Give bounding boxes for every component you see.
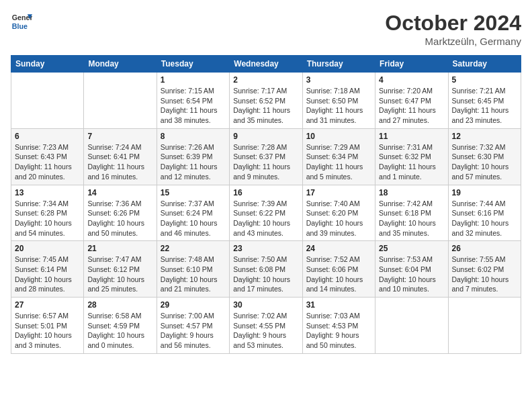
calendar-cell: 11Sunrise: 7:31 AM Sunset: 6:32 PM Dayli… bbox=[375, 128, 448, 185]
title-block: October 2024 Marktzeüln, Germany bbox=[385, 11, 521, 47]
day-info: Sunrise: 7:50 AM Sunset: 6:08 PM Dayligh… bbox=[233, 255, 298, 294]
day-number: 9 bbox=[233, 132, 298, 141]
day-number: 21 bbox=[87, 244, 152, 253]
day-number: 29 bbox=[161, 300, 226, 310]
day-number: 14 bbox=[87, 188, 152, 197]
day-number: 26 bbox=[452, 244, 517, 253]
day-number: 13 bbox=[15, 188, 80, 197]
day-number: 15 bbox=[161, 188, 226, 197]
calendar-cell: 14Sunrise: 7:36 AM Sunset: 6:26 PM Dayli… bbox=[84, 185, 157, 241]
day-number: 17 bbox=[306, 188, 371, 197]
day-number: 16 bbox=[233, 188, 298, 197]
calendar-week-row: 1Sunrise: 7:15 AM Sunset: 6:54 PM Daylig… bbox=[11, 73, 521, 129]
day-info: Sunrise: 7:40 AM Sunset: 6:20 PM Dayligh… bbox=[306, 199, 371, 238]
calendar-cell: 9Sunrise: 7:28 AM Sunset: 6:37 PM Daylig… bbox=[230, 128, 302, 185]
weekday-header-saturday: Saturday bbox=[448, 56, 521, 73]
day-info: Sunrise: 7:52 AM Sunset: 6:06 PM Dayligh… bbox=[306, 255, 371, 294]
calendar-cell: 10Sunrise: 7:29 AM Sunset: 6:34 PM Dayli… bbox=[302, 128, 375, 185]
day-number: 31 bbox=[306, 300, 371, 310]
calendar-table: SundayMondayTuesdayWednesdayThursdayFrid… bbox=[11, 55, 521, 354]
calendar-cell: 29Sunrise: 7:00 AM Sunset: 4:57 PM Dayli… bbox=[157, 298, 229, 354]
calendar-cell: 1Sunrise: 7:15 AM Sunset: 6:54 PM Daylig… bbox=[157, 73, 229, 129]
calendar-cell bbox=[375, 298, 448, 354]
page-header: General Blue October 2024 Marktzeüln, Ge… bbox=[11, 11, 521, 47]
day-number: 10 bbox=[306, 132, 371, 141]
calendar-week-row: 20Sunrise: 7:45 AM Sunset: 6:14 PM Dayli… bbox=[11, 241, 521, 298]
day-number: 18 bbox=[379, 188, 444, 197]
day-info: Sunrise: 7:29 AM Sunset: 6:34 PM Dayligh… bbox=[306, 142, 371, 182]
weekday-header-friday: Friday bbox=[375, 56, 448, 73]
day-info: Sunrise: 7:02 AM Sunset: 4:55 PM Dayligh… bbox=[233, 311, 298, 351]
weekday-header-wednesday: Wednesday bbox=[230, 56, 302, 73]
logo-icon: General Blue bbox=[11, 11, 32, 32]
day-info: Sunrise: 7:37 AM Sunset: 6:24 PM Dayligh… bbox=[161, 199, 226, 238]
weekday-header-sunday: Sunday bbox=[11, 56, 84, 73]
calendar-cell: 22Sunrise: 7:48 AM Sunset: 6:10 PM Dayli… bbox=[157, 241, 229, 298]
day-info: Sunrise: 7:17 AM Sunset: 6:52 PM Dayligh… bbox=[233, 86, 298, 126]
calendar-cell: 24Sunrise: 7:52 AM Sunset: 6:06 PM Dayli… bbox=[302, 241, 375, 298]
day-number: 8 bbox=[161, 132, 226, 141]
weekday-header-thursday: Thursday bbox=[302, 56, 375, 73]
day-info: Sunrise: 7:03 AM Sunset: 4:53 PM Dayligh… bbox=[306, 311, 371, 351]
day-number: 2 bbox=[233, 75, 298, 85]
calendar-cell: 31Sunrise: 7:03 AM Sunset: 4:53 PM Dayli… bbox=[302, 298, 375, 354]
day-info: Sunrise: 7:00 AM Sunset: 4:57 PM Dayligh… bbox=[161, 311, 226, 351]
day-info: Sunrise: 7:18 AM Sunset: 6:50 PM Dayligh… bbox=[306, 86, 371, 126]
day-number: 19 bbox=[452, 188, 517, 197]
calendar-cell: 4Sunrise: 7:20 AM Sunset: 6:47 PM Daylig… bbox=[375, 73, 448, 129]
day-info: Sunrise: 6:57 AM Sunset: 5:01 PM Dayligh… bbox=[15, 311, 80, 351]
calendar-cell: 6Sunrise: 7:23 AM Sunset: 6:43 PM Daylig… bbox=[11, 128, 84, 185]
day-info: Sunrise: 7:26 AM Sunset: 6:39 PM Dayligh… bbox=[161, 142, 226, 182]
location: Marktzeüln, Germany bbox=[385, 36, 521, 47]
calendar-cell: 26Sunrise: 7:55 AM Sunset: 6:02 PM Dayli… bbox=[448, 241, 521, 298]
calendar-cell: 5Sunrise: 7:21 AM Sunset: 6:45 PM Daylig… bbox=[448, 73, 521, 129]
calendar-cell: 8Sunrise: 7:26 AM Sunset: 6:39 PM Daylig… bbox=[157, 128, 229, 185]
day-info: Sunrise: 7:42 AM Sunset: 6:18 PM Dayligh… bbox=[379, 199, 444, 238]
calendar-cell: 23Sunrise: 7:50 AM Sunset: 6:08 PM Dayli… bbox=[230, 241, 302, 298]
day-info: Sunrise: 7:23 AM Sunset: 6:43 PM Dayligh… bbox=[15, 142, 80, 182]
weekday-header-tuesday: Tuesday bbox=[157, 56, 229, 73]
logo: General Blue bbox=[11, 11, 32, 32]
day-number: 30 bbox=[233, 300, 298, 310]
day-number: 3 bbox=[306, 75, 371, 85]
day-info: Sunrise: 7:31 AM Sunset: 6:32 PM Dayligh… bbox=[379, 142, 444, 182]
calendar-cell bbox=[84, 73, 157, 129]
calendar-cell: 2Sunrise: 7:17 AM Sunset: 6:52 PM Daylig… bbox=[230, 73, 302, 129]
day-info: Sunrise: 7:32 AM Sunset: 6:30 PM Dayligh… bbox=[452, 142, 517, 182]
day-info: Sunrise: 7:47 AM Sunset: 6:12 PM Dayligh… bbox=[87, 255, 152, 294]
calendar-cell bbox=[448, 298, 521, 354]
calendar-cell: 25Sunrise: 7:53 AM Sunset: 6:04 PM Dayli… bbox=[375, 241, 448, 298]
day-info: Sunrise: 7:45 AM Sunset: 6:14 PM Dayligh… bbox=[15, 255, 80, 294]
day-number: 25 bbox=[379, 244, 444, 253]
calendar-header-row: SundayMondayTuesdayWednesdayThursdayFrid… bbox=[11, 56, 521, 73]
day-info: Sunrise: 7:20 AM Sunset: 6:47 PM Dayligh… bbox=[379, 86, 444, 126]
day-info: Sunrise: 7:34 AM Sunset: 6:28 PM Dayligh… bbox=[15, 199, 80, 238]
calendar-cell: 18Sunrise: 7:42 AM Sunset: 6:18 PM Dayli… bbox=[375, 185, 448, 241]
day-number: 1 bbox=[161, 75, 226, 85]
day-number: 11 bbox=[379, 132, 444, 141]
day-number: 20 bbox=[15, 244, 80, 253]
calendar-cell: 21Sunrise: 7:47 AM Sunset: 6:12 PM Dayli… bbox=[84, 241, 157, 298]
day-number: 27 bbox=[15, 300, 80, 310]
day-info: Sunrise: 7:24 AM Sunset: 6:41 PM Dayligh… bbox=[87, 142, 152, 182]
day-number: 12 bbox=[452, 132, 517, 141]
calendar-cell: 13Sunrise: 7:34 AM Sunset: 6:28 PM Dayli… bbox=[11, 185, 84, 241]
day-number: 22 bbox=[161, 244, 226, 253]
day-info: Sunrise: 7:55 AM Sunset: 6:02 PM Dayligh… bbox=[452, 255, 517, 294]
calendar-cell: 28Sunrise: 6:58 AM Sunset: 4:59 PM Dayli… bbox=[84, 298, 157, 354]
calendar-cell: 12Sunrise: 7:32 AM Sunset: 6:30 PM Dayli… bbox=[448, 128, 521, 185]
day-info: Sunrise: 7:15 AM Sunset: 6:54 PM Dayligh… bbox=[161, 86, 226, 126]
day-info: Sunrise: 7:39 AM Sunset: 6:22 PM Dayligh… bbox=[233, 199, 298, 238]
day-info: Sunrise: 7:36 AM Sunset: 6:26 PM Dayligh… bbox=[87, 199, 152, 238]
day-number: 23 bbox=[233, 244, 298, 253]
calendar-cell: 19Sunrise: 7:44 AM Sunset: 6:16 PM Dayli… bbox=[448, 185, 521, 241]
calendar-cell: 27Sunrise: 6:57 AM Sunset: 5:01 PM Dayli… bbox=[11, 298, 84, 354]
day-number: 24 bbox=[306, 244, 371, 253]
day-info: Sunrise: 6:58 AM Sunset: 4:59 PM Dayligh… bbox=[87, 311, 152, 351]
calendar-cell: 3Sunrise: 7:18 AM Sunset: 6:50 PM Daylig… bbox=[302, 73, 375, 129]
calendar-cell: 30Sunrise: 7:02 AM Sunset: 4:55 PM Dayli… bbox=[230, 298, 302, 354]
calendar-week-row: 13Sunrise: 7:34 AM Sunset: 6:28 PM Dayli… bbox=[11, 185, 521, 241]
day-number: 4 bbox=[379, 75, 444, 85]
month-year: October 2024 bbox=[385, 11, 521, 36]
svg-text:Blue: Blue bbox=[12, 22, 28, 30]
